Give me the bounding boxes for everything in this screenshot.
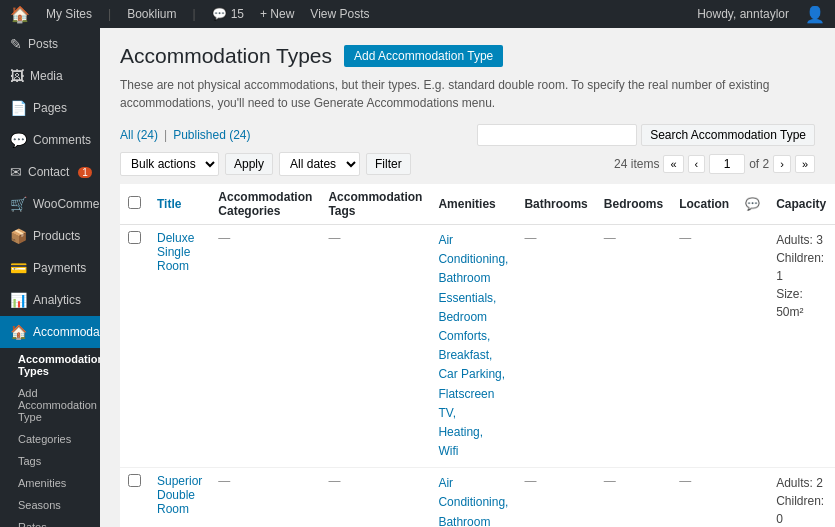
- sidebar-item-posts[interactable]: ✎ Posts: [0, 28, 100, 60]
- th-cat: Accommodation Categories: [210, 184, 320, 225]
- amenity-link[interactable]: Flatscreen TV: [438, 387, 494, 420]
- comments-link[interactable]: 💬 15: [212, 7, 244, 21]
- row1-loc-cell: —: [671, 225, 737, 468]
- select-all-checkbox[interactable]: [128, 196, 141, 209]
- woocommerce-icon: 🛒: [10, 196, 27, 212]
- view-posts-link[interactable]: View Posts: [310, 7, 369, 21]
- row1-capacity-cell: Adults: 3Children: 1Size: 50m²: [768, 225, 834, 468]
- sidebar-item-woocommerce[interactable]: 🛒 WooCommerce: [0, 188, 100, 220]
- amenity-link[interactable]: Bedroom Comforts: [438, 310, 487, 343]
- row1-checkbox[interactable]: [128, 231, 141, 244]
- filter-published-link[interactable]: Published (24): [173, 128, 250, 142]
- booklium-link[interactable]: Booklium: [127, 7, 176, 21]
- th-checkbox: [120, 184, 149, 225]
- amenity-link[interactable]: Breakfast: [438, 348, 489, 362]
- pagination-info: 24 items « ‹ of 2 › »: [614, 154, 815, 174]
- amenity-link[interactable]: Bathroom Essentials: [438, 271, 493, 304]
- amenity-link[interactable]: Car Parking: [438, 367, 501, 381]
- sidebar-item-products[interactable]: 📦 Products: [0, 220, 100, 252]
- sidebar-item-label: Payments: [33, 261, 86, 275]
- table-row: Superior Double Room — — Air Conditionin…: [120, 468, 835, 527]
- sidebar-sub-rates[interactable]: Rates: [0, 516, 100, 527]
- row2-tags-cell: —: [320, 468, 430, 527]
- row2-loc-cell: —: [671, 468, 737, 527]
- next-page-button[interactable]: ›: [773, 155, 791, 173]
- date-filter-select[interactable]: All dates: [279, 152, 360, 176]
- filter-all-link[interactable]: All (24): [120, 128, 158, 142]
- sidebar-item-contact[interactable]: ✉ Contact 1: [0, 156, 100, 188]
- accommodation-types-table: Title Accommodation Categories Accommoda…: [120, 184, 835, 527]
- new-link[interactable]: + New: [260, 7, 294, 21]
- howdy-text: Howdy, anntaylor: [697, 7, 789, 21]
- amenity-link[interactable]: Air Conditioning: [438, 476, 505, 509]
- admin-bar-sep-1: |: [108, 7, 111, 21]
- row2-cat-dash: —: [218, 474, 230, 488]
- sidebar-item-pages[interactable]: 📄 Pages: [0, 92, 100, 124]
- my-sites-link[interactable]: My Sites: [46, 7, 92, 21]
- sidebar-item-payments[interactable]: 💳 Payments: [0, 252, 100, 284]
- row2-title-cell: Superior Double Room: [149, 468, 210, 527]
- row1-title-link[interactable]: Deluxe Single Room: [157, 231, 194, 273]
- prev-page-button[interactable]: ‹: [688, 155, 706, 173]
- add-accommodation-type-button[interactable]: Add Accommodation Type: [344, 45, 503, 67]
- row1-tags-cell: —: [320, 225, 430, 468]
- search-input[interactable]: [477, 124, 637, 146]
- pages-icon: 📄: [10, 100, 27, 116]
- row2-title-link[interactable]: Superior Double Room: [157, 474, 202, 516]
- sidebar-sub-seasons[interactable]: Seasons: [0, 494, 100, 516]
- search-button[interactable]: Search Accommodation Type: [641, 124, 815, 146]
- sidebar-item-analytics[interactable]: 📊 Analytics: [0, 284, 100, 316]
- th-bathrooms: Bathrooms: [516, 184, 595, 225]
- sidebar-item-label: Contact: [28, 165, 69, 179]
- row1-cat-dash: —: [218, 231, 230, 245]
- admin-bar-sep-2: |: [193, 7, 196, 21]
- last-page-button[interactable]: »: [795, 155, 815, 173]
- amenity-link[interactable]: Air Conditioning: [438, 233, 505, 266]
- sidebar-item-label: Pages: [33, 101, 67, 115]
- sidebar-sub-categories[interactable]: Categories: [0, 428, 100, 450]
- amenity-link[interactable]: Bathroom Essentials: [438, 515, 493, 527]
- wp-logo-icon: 🏠: [10, 5, 30, 24]
- row2-amenities-cell: Air Conditioning, Bathroom Essentials, B…: [430, 468, 516, 527]
- row2-amenities-list: Air Conditioning, Bathroom Essentials, B…: [438, 474, 508, 527]
- sidebar-item-label: Posts: [28, 37, 58, 51]
- bulk-actions-select[interactable]: Bulk actions: [120, 152, 219, 176]
- amenity-link[interactable]: Wifi: [438, 444, 458, 458]
- contact-badge: 1: [78, 167, 92, 178]
- sidebar-item-label: Accommodation: [33, 325, 100, 339]
- sidebar-sub-accommodation-types[interactable]: Accommodation Types: [0, 348, 100, 382]
- row2-checkbox-cell: [120, 468, 149, 527]
- sidebar-item-label: WooCommerce: [33, 197, 100, 211]
- row1-amenities-list: Air Conditioning, Bathroom Essentials, B…: [438, 231, 508, 461]
- products-icon: 📦: [10, 228, 27, 244]
- row2-checkbox[interactable]: [128, 474, 141, 487]
- row1-capacity-text: Adults: 3Children: 1Size: 50m²: [776, 231, 826, 321]
- page-number-input[interactable]: [709, 154, 745, 174]
- avatar-icon: 👤: [805, 5, 825, 24]
- title-sort-link[interactable]: Title: [157, 197, 181, 211]
- th-bedrooms: Bedrooms: [596, 184, 671, 225]
- sidebar-sub-tags[interactable]: Tags: [0, 450, 100, 472]
- sidebar-item-media[interactable]: 🖼 Media: [0, 60, 100, 92]
- th-title: Title: [149, 184, 210, 225]
- sidebar-item-label: Analytics: [33, 293, 81, 307]
- row1-comment-cell: [737, 225, 768, 468]
- th-capacity: Capacity: [768, 184, 834, 225]
- comment-header-icon: 💬: [745, 197, 760, 211]
- apply-button[interactable]: Apply: [225, 153, 273, 175]
- row2-cat-cell: —: [210, 468, 320, 527]
- comments-icon: 💬: [212, 7, 227, 21]
- amenity-link[interactable]: Heating: [438, 425, 479, 439]
- row2-comment-cell: [737, 468, 768, 527]
- row1-checkbox-cell: [120, 225, 149, 468]
- sidebar-sub-amenities[interactable]: Amenities: [0, 472, 100, 494]
- sidebar-item-accommodation[interactable]: 🏠 Accommodation: [0, 316, 100, 348]
- main-content: Accommodation Types Add Accommodation Ty…: [100, 28, 835, 527]
- row1-tags-dash: —: [328, 231, 340, 245]
- sidebar-item-label: Media: [30, 69, 63, 83]
- sidebar-sub-add-accommodation-type[interactable]: Add Accommodation Type: [0, 382, 100, 428]
- of-text: of 2: [749, 157, 769, 171]
- filter-button[interactable]: Filter: [366, 153, 411, 175]
- sidebar-item-comments[interactable]: 💬 Comments 1: [0, 124, 100, 156]
- first-page-button[interactable]: «: [663, 155, 683, 173]
